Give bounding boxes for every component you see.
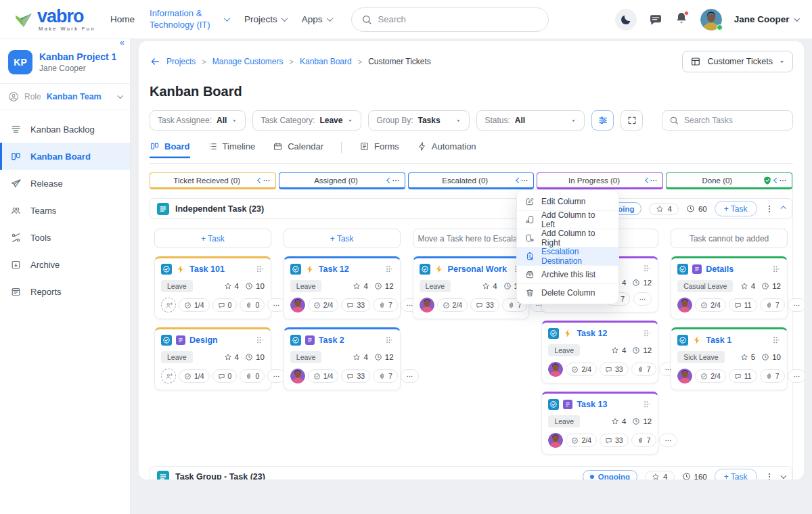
attachments-pill[interactable]: 7 bbox=[760, 298, 785, 312]
menu-item-edit-column[interactable]: Edit Column bbox=[517, 192, 618, 210]
column-menu-icon[interactable] bbox=[779, 177, 787, 185]
breadcrumb-kanban-board[interactable]: Kanban Board bbox=[300, 57, 352, 66]
task-title-link[interactable]: Details bbox=[706, 264, 767, 274]
assignee-avatar[interactable] bbox=[677, 298, 692, 312]
messages-icon[interactable] bbox=[649, 13, 662, 26]
tab-board[interactable]: Board bbox=[150, 141, 190, 158]
filter-status[interactable]: Status:All bbox=[476, 110, 585, 131]
user-menu[interactable]: Jane Cooper bbox=[734, 14, 798, 24]
sidebar-collapse-icon[interactable]: « bbox=[120, 39, 125, 46]
column-menu-icon[interactable] bbox=[263, 177, 271, 185]
sidebar-item-tools[interactable]: Tools bbox=[0, 224, 130, 251]
more-pill[interactable] bbox=[788, 298, 804, 312]
global-search-input[interactable] bbox=[378, 14, 539, 24]
add-task-button[interactable]: + Task bbox=[715, 201, 757, 216]
sidebar-item-kanban-backlog[interactable]: Kanban Backlog bbox=[0, 116, 130, 143]
add-task-button[interactable]: + Task bbox=[154, 229, 271, 248]
nav-home[interactable]: Home bbox=[110, 14, 135, 24]
task-card[interactable]: Task 12 Leave412 2/4337 bbox=[284, 256, 401, 319]
task-card[interactable]: Details Casual Leave412 2/4117 bbox=[671, 256, 788, 319]
task-card[interactable]: Task 2 Leave412 1/4337 bbox=[284, 327, 401, 390]
column-menu-icon[interactable] bbox=[520, 177, 528, 185]
assignee-avatar[interactable] bbox=[548, 433, 563, 448]
column-header-escalated[interactable]: Escalated (0) bbox=[408, 172, 535, 189]
column-header-done[interactable]: Done (0) bbox=[666, 172, 792, 189]
assign-user-button[interactable] bbox=[161, 369, 176, 383]
view-selector[interactable]: Customer Tickets bbox=[682, 51, 793, 72]
filter-settings-button[interactable] bbox=[591, 110, 614, 131]
add-task-button[interactable]: + Task bbox=[715, 469, 757, 480]
task-card[interactable]: Task 12 Leave412 2/4337 bbox=[541, 321, 658, 383]
comments-pill[interactable]: 0 bbox=[212, 298, 238, 312]
role-selector[interactable]: Role Kanban Team bbox=[0, 83, 130, 110]
comments-pill[interactable]: 11 bbox=[729, 369, 757, 383]
tab-automation[interactable]: Automation bbox=[417, 141, 476, 158]
assignee-avatar[interactable] bbox=[548, 362, 563, 377]
tab-timeline[interactable]: Timeline bbox=[208, 141, 256, 158]
comments-pill[interactable]: 33 bbox=[600, 363, 629, 376]
menu-item-archive-this-list[interactable]: Archive this list bbox=[517, 265, 618, 283]
tab-forms[interactable]: Forms bbox=[359, 141, 399, 158]
drag-handle-icon[interactable] bbox=[771, 335, 781, 345]
subtasks-pill[interactable]: 2/4 bbox=[695, 369, 726, 383]
subtasks-pill[interactable]: 2/4 bbox=[566, 434, 597, 447]
menu-item-add-column-right[interactable]: Add Column to Right bbox=[517, 229, 618, 247]
user-avatar[interactable] bbox=[700, 9, 722, 30]
task-title-link[interactable]: Task 12 bbox=[319, 264, 380, 274]
more-pill[interactable] bbox=[633, 292, 652, 306]
drag-handle-icon[interactable] bbox=[255, 264, 265, 274]
notifications-button[interactable] bbox=[675, 11, 688, 28]
subtasks-pill[interactable]: 2/4 bbox=[566, 363, 597, 376]
comments-pill[interactable]: 11 bbox=[729, 298, 757, 312]
task-title-link[interactable]: Task 2 bbox=[319, 335, 380, 345]
vabro-logo[interactable]: vabro Make Work Fun bbox=[14, 7, 95, 32]
subtasks-pill[interactable]: 2/4 bbox=[308, 298, 339, 312]
attachments-pill[interactable]: 7 bbox=[373, 369, 398, 383]
fullscreen-button[interactable] bbox=[621, 110, 643, 131]
task-title-link[interactable]: Design bbox=[189, 335, 251, 345]
task-title-link[interactable]: Personal Work bbox=[448, 264, 510, 274]
move-task-drop-hint[interactable]: Move a Task here to Escalate bbox=[413, 229, 530, 248]
sidebar-item-reports[interactable]: Reports bbox=[0, 278, 130, 305]
task-card[interactable]: Task 101 Leave410 1/400 bbox=[154, 256, 271, 319]
subtasks-pill[interactable]: 1/4 bbox=[179, 369, 210, 383]
filter-task-category[interactable]: Task Category:Leave bbox=[252, 110, 361, 131]
assignee-avatar[interactable] bbox=[420, 298, 434, 312]
nav-projects-dropdown[interactable]: Projects bbox=[244, 14, 287, 24]
global-search[interactable] bbox=[351, 7, 549, 32]
comments-pill[interactable]: 33 bbox=[341, 298, 370, 312]
subtasks-pill[interactable]: 2/4 bbox=[437, 298, 468, 312]
task-title-link[interactable]: Task 12 bbox=[577, 329, 638, 338]
drag-handle-icon[interactable] bbox=[771, 264, 781, 274]
task-card[interactable]: Task 13 Leave412 2/4337 bbox=[541, 392, 658, 454]
subtasks-pill[interactable]: 2/4 bbox=[695, 298, 726, 312]
drag-handle-icon[interactable] bbox=[642, 400, 652, 409]
filter-group-by[interactable]: Group By:Tasks bbox=[368, 110, 470, 131]
attachments-pill[interactable]: 0 bbox=[240, 369, 265, 383]
column-menu-icon[interactable] bbox=[650, 177, 658, 185]
project-header[interactable]: KP Kanban Project 1 Jane Cooper bbox=[0, 39, 130, 83]
sidebar-item-release[interactable]: Release bbox=[0, 170, 130, 197]
nav-apps-dropdown[interactable]: Apps bbox=[302, 14, 332, 24]
comments-pill[interactable]: 0 bbox=[212, 369, 238, 383]
attachments-pill[interactable]: 0 bbox=[240, 298, 265, 312]
drag-handle-icon[interactable] bbox=[642, 264, 652, 273]
breadcrumb-manage-customers[interactable]: Manage Customers bbox=[212, 57, 284, 66]
breadcrumb-projects[interactable]: Projects bbox=[166, 57, 196, 66]
column-header-ticket-recieved[interactable]: Ticket Recieved (0) bbox=[150, 172, 276, 189]
dark-mode-toggle[interactable] bbox=[615, 9, 637, 30]
column-header-in-progress[interactable]: In Progress (0) bbox=[537, 172, 663, 189]
task-search[interactable] bbox=[662, 110, 793, 131]
attachments-pill[interactable]: 7 bbox=[760, 369, 785, 383]
back-arrow-icon[interactable] bbox=[150, 56, 160, 67]
tab-calendar[interactable]: Calendar bbox=[273, 141, 323, 158]
drag-handle-icon[interactable] bbox=[642, 329, 652, 338]
assign-user-button[interactable] bbox=[161, 298, 176, 312]
group-menu-icon[interactable] bbox=[765, 204, 774, 214]
expand-group-icon[interactable] bbox=[780, 473, 786, 478]
comments-pill[interactable]: 33 bbox=[341, 369, 370, 383]
menu-item-delete-column[interactable]: Delete Column bbox=[517, 283, 618, 302]
sidebar-item-teams[interactable]: Teams bbox=[0, 197, 130, 224]
drag-handle-icon[interactable] bbox=[384, 264, 394, 274]
task-card[interactable]: Personal Work Leave412 2/4337 bbox=[413, 256, 530, 319]
